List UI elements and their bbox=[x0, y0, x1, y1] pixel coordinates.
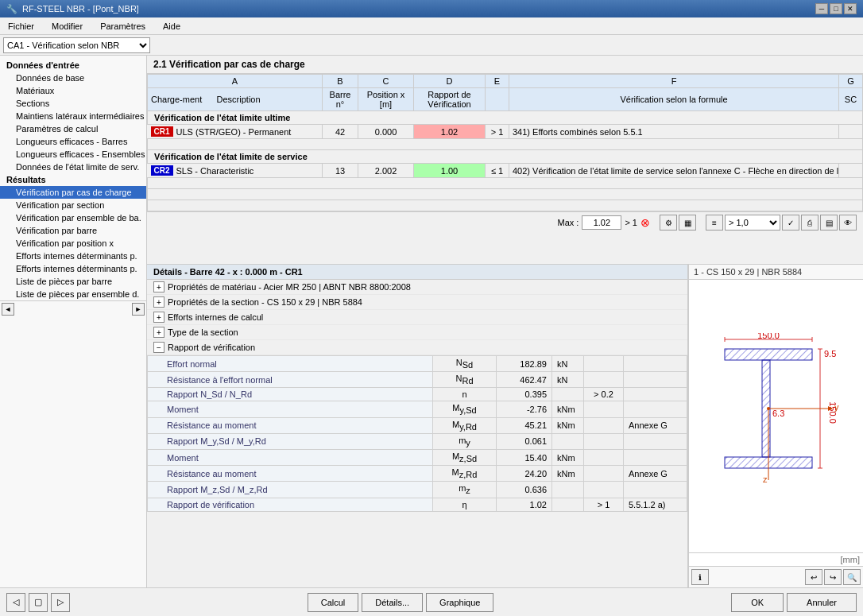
col-b-header: B bbox=[323, 75, 358, 88]
filter-btn[interactable]: ⚙ bbox=[660, 215, 677, 231]
content-header: 2.1 Vérification par cas de charge bbox=[147, 56, 863, 74]
prop-val-resist-moment2: 24.20 bbox=[497, 466, 552, 482]
prop-ref-resist-moment2: Annexe G bbox=[624, 466, 687, 482]
prop-val-moment1: -2.76 bbox=[497, 401, 552, 417]
calcul-button[interactable]: Calcul bbox=[308, 593, 359, 612]
sidebar-item-liste-pieces-barre[interactable]: Liste de pièces par barre bbox=[0, 275, 146, 288]
cr2-barre: 13 bbox=[323, 164, 358, 178]
max-value-input[interactable] bbox=[582, 215, 621, 230]
view-btn[interactable]: ▦ bbox=[679, 215, 696, 231]
maximize-button[interactable]: □ bbox=[830, 3, 842, 14]
menu-modifier[interactable]: Modifier bbox=[47, 20, 87, 33]
prop-val-rapport-verif: 1.02 bbox=[497, 498, 552, 511]
cr1-cond: > 1 bbox=[486, 125, 509, 139]
sidebar-item-donnees-etat[interactable]: Données de l'état limite de serv. bbox=[0, 161, 146, 173]
empty-row bbox=[148, 139, 863, 150]
sidebar-header-donnees: Données d'entrée bbox=[0, 59, 146, 72]
tree-item-efforts[interactable]: + Efforts internes de calcul bbox=[147, 310, 687, 325]
sidebar-item-maintiens[interactable]: Maintiens latéraux intermédiaires bbox=[0, 110, 146, 122]
svg-text:9.5: 9.5 bbox=[824, 349, 836, 358]
empty-subheader bbox=[486, 88, 509, 111]
ok-button[interactable]: OK bbox=[731, 593, 784, 612]
export-btn[interactable]: ⎙ bbox=[801, 215, 818, 231]
footer-icon-1[interactable]: ◁ bbox=[6, 593, 25, 612]
sidebar-item-longueurs-barres[interactable]: Longueurs efficaces - Barres bbox=[0, 135, 146, 148]
expand-icon-efforts[interactable]: + bbox=[153, 312, 164, 323]
prop-unit-rapport-my bbox=[552, 433, 584, 449]
prop-val-resist-moment1: 45.21 bbox=[497, 417, 552, 433]
toolbar: CA1 - Vérification selon NBR bbox=[0, 35, 863, 56]
sidebar-item-longueurs-ensembles[interactable]: Longueurs efficaces - Ensembles bbox=[0, 148, 146, 161]
sidebar-item-liste-pieces-ensemble[interactable]: Liste de pièces par ensemble d. bbox=[0, 288, 146, 300]
cr1-sc bbox=[839, 125, 863, 139]
scroll-left-btn[interactable]: ◄ bbox=[2, 303, 14, 316]
sidebar-item-verif-ensemble[interactable]: Vérification par ensemble de ba. bbox=[0, 211, 146, 224]
diagram-canvas: 150.0 150.0 9.5 6.3 y bbox=[689, 280, 863, 552]
table-row[interactable]: CR1 ULS (STR/GEO) - Permanent 42 0.000 1… bbox=[148, 125, 863, 139]
footer-icon-3[interactable]: ▷ bbox=[51, 593, 70, 612]
rotate-left-btn[interactable]: ↩ bbox=[805, 569, 822, 585]
sidebar-item-materiaux[interactable]: Matériaux bbox=[0, 84, 146, 97]
graphique-button[interactable]: Graphique bbox=[426, 593, 493, 612]
menu-fichier[interactable]: Fichier bbox=[3, 20, 39, 33]
cr2-sc bbox=[839, 164, 863, 178]
details-panel: Détails - Barre 42 - x : 0.000 m - CR1 +… bbox=[147, 265, 688, 587]
rapport-subheader: Rapport de Vérification bbox=[414, 88, 486, 111]
expand-icon-materiaux[interactable]: + bbox=[153, 281, 164, 293]
cond-combo[interactable]: > 1,0 bbox=[725, 215, 780, 231]
check-btn[interactable]: ✓ bbox=[782, 215, 799, 231]
eye-btn[interactable]: 👁 bbox=[839, 215, 857, 231]
tree-item-section-props[interactable]: + Propriétés de la section - CS 150 x 29… bbox=[147, 295, 687, 310]
prop-cond-moment2 bbox=[584, 449, 624, 465]
cr2-rapport: 1.00 bbox=[414, 164, 486, 178]
sidebar-item-verif-section[interactable]: Vérification par section bbox=[0, 199, 146, 211]
table-row[interactable]: CR2 SLS - Characteristic 13 2.002 1.00 ≤… bbox=[148, 164, 863, 178]
footer-icon-2[interactable]: ▢ bbox=[29, 593, 48, 612]
rotate-right-btn[interactable]: ↪ bbox=[824, 569, 842, 585]
tree-item-rapport[interactable]: − Rapport de vérification bbox=[147, 340, 687, 355]
section1-label: Vérification de l'état limite ultime bbox=[148, 111, 863, 125]
sidebar-item-parametres-calcul[interactable]: Paramètres de calcul bbox=[0, 122, 146, 135]
sidebar-item-verif-position[interactable]: Vérification par position x bbox=[0, 237, 146, 250]
expand-icon-rapport[interactable]: − bbox=[153, 342, 164, 353]
close-button[interactable]: ✕ bbox=[844, 3, 857, 14]
prop-unit-rapport-verif bbox=[552, 498, 584, 511]
prop-cond-resist-moment1 bbox=[584, 417, 624, 433]
sidebar-item-verif-cas[interactable]: Vérification par cas de charge bbox=[0, 186, 146, 199]
prop-unit-rapport-n bbox=[552, 388, 584, 401]
menu-aide[interactable]: Aide bbox=[158, 20, 185, 33]
prop-ref-rapport-n bbox=[624, 388, 687, 401]
annuler-button[interactable]: Annuler bbox=[787, 593, 857, 612]
expand-icon-type[interactable]: + bbox=[153, 327, 164, 338]
empty-row2 bbox=[148, 178, 863, 189]
tree-item-materiaux[interactable]: + Propriétés de matériau - Acier MR 250 … bbox=[147, 280, 687, 295]
prop-row-rapport-n: Rapport N_Sd / N_Rd n 0.395 > 0.2 bbox=[148, 388, 687, 401]
prop-sym-rapport-mz: mz bbox=[433, 482, 497, 498]
sidebar-item-donnees-base[interactable]: Données de base bbox=[0, 72, 146, 84]
minimize-button[interactable]: ─ bbox=[815, 3, 828, 14]
sidebar-item-efforts-p1[interactable]: Efforts internes déterminants p. bbox=[0, 250, 146, 262]
sidebar-item-sections[interactable]: Sections bbox=[0, 97, 146, 110]
prop-val-effort-normal: 182.89 bbox=[497, 356, 552, 372]
scroll-right-btn[interactable]: ► bbox=[132, 303, 145, 316]
props-table: Effort normal NSd 182.89 kN Résistance à… bbox=[147, 355, 687, 512]
case-combo[interactable]: CA1 - Vérification selon NBR bbox=[3, 37, 150, 53]
prop-unit-resist-effort: kN bbox=[552, 372, 584, 388]
prop-cond-rapport-n: > 0.2 bbox=[584, 388, 624, 401]
sort-btn[interactable]: ≡ bbox=[706, 215, 723, 231]
details-button[interactable]: Détails... bbox=[362, 593, 423, 612]
prop-unit-rapport-mz bbox=[552, 482, 584, 498]
prop-ref-rapport-mz bbox=[624, 482, 687, 498]
prop-label-resist-moment2: Résistance au moment bbox=[148, 466, 433, 482]
prop-ref-rapport-my bbox=[624, 433, 687, 449]
expand-icon-section-props[interactable]: + bbox=[153, 296, 164, 308]
zoom-btn[interactable]: 🔍 bbox=[843, 569, 861, 585]
tree-item-type-section[interactable]: + Type de la section bbox=[147, 325, 687, 340]
table-btn[interactable]: ▤ bbox=[820, 215, 838, 231]
section2-header-row: Vérification de l'état limite de service bbox=[148, 150, 863, 164]
sidebar-item-efforts-p2[interactable]: Efforts internes déterminants p. bbox=[0, 262, 146, 275]
menu-parametres[interactable]: Paramètres bbox=[95, 20, 150, 33]
prop-cond-moment1 bbox=[584, 401, 624, 417]
info-btn[interactable]: ℹ bbox=[691, 569, 709, 585]
sidebar-item-verif-barre[interactable]: Vérification par barre bbox=[0, 224, 146, 237]
